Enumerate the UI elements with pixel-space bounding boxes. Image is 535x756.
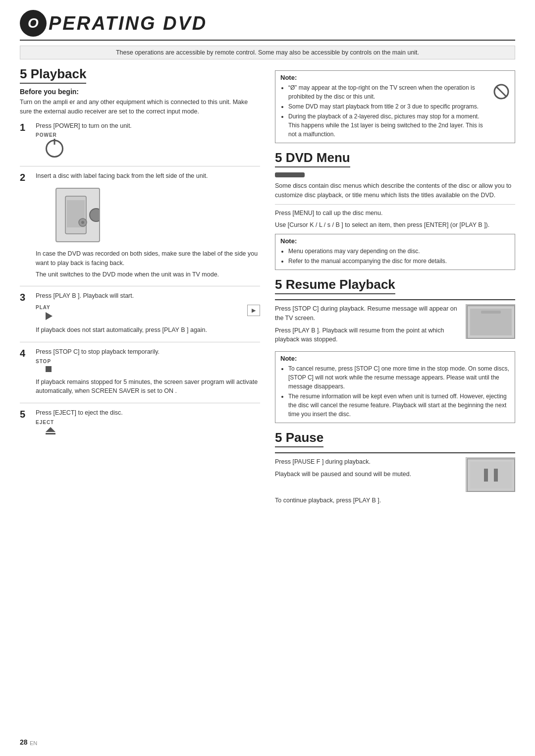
eject-bar	[46, 433, 55, 434]
step-3-text: Press [PLAY B ]. Playback will start.	[36, 291, 260, 301]
before-heading: Before you begin:	[20, 88, 260, 96]
note-top-content: “Ø” may appear at the top-right on the T…	[280, 83, 510, 140]
step-1: 1 Press [POWER] to turn on the unit. POW…	[20, 121, 260, 167]
step-5-content: Press [EJECT] to eject the disc. EJECT	[36, 408, 260, 438]
step-4-note: If playback remains stopped for 5 minute…	[36, 378, 260, 396]
dvd-menu-note-list: Menu operations may vary depending on th…	[280, 247, 510, 266]
step-1-content: Press [POWER] to turn on the unit. POWER	[36, 121, 260, 162]
dvd-menu-step1: Press [MENU] to call up the disc menu.	[275, 209, 515, 218]
page-header: O PERATING DVD	[20, 10, 515, 41]
step-3-number: 3	[20, 291, 32, 303]
pause-section: 5 Pause Press [PAUSE F ] during playback…	[275, 430, 515, 508]
before-you-begin: Before you begin: Turn on the ampli er a…	[20, 88, 260, 116]
power-icon	[46, 140, 63, 158]
page-lang: EN	[30, 740, 37, 746]
step-2-text-3: The unit switches to the DVD mode when t…	[36, 270, 260, 279]
step-3: 3 Press [PLAY B ]. Playback will start. …	[20, 291, 260, 342]
svg-rect-12	[494, 469, 498, 482]
left-column: 5 Playback Before you begin: Turn on the…	[20, 66, 260, 508]
svg-line-5	[496, 87, 506, 97]
resume-tv-inner	[466, 305, 515, 338]
step-2-text-2: In case the DVD was recorded on both sid…	[36, 249, 260, 268]
pause-title: 5 Pause	[275, 430, 323, 447]
resume-content: Press [STOP C] during playback. Resume m…	[275, 299, 515, 347]
step-1-text: Press [POWER] to turn on the unit.	[36, 121, 260, 131]
dvd-menu-title: 5 DVD Menu	[275, 150, 350, 167]
dvd-menu-step2: Use [Cursor K / L / s / B ] to select an…	[275, 220, 515, 230]
note-top: Note: “Ø” may appear at the top-right on…	[275, 70, 515, 143]
step-5: 5 Press [EJECT] to eject the disc. EJECT	[20, 408, 260, 443]
eject-icon	[46, 427, 55, 434]
svg-rect-10	[470, 462, 512, 488]
note-top-title: Note:	[280, 74, 510, 81]
step-3-content: Press [PLAY B ]. Playback will start. PL…	[36, 291, 260, 337]
pause-text3-container: To continue playback, press [PLAY B ].	[275, 496, 515, 505]
info-banner: These operations are accessible by remot…	[20, 46, 515, 59]
play-icon	[46, 312, 53, 320]
step-3-note: If playback does not start automatically…	[36, 325, 260, 335]
resume-section: 5 Resume Playback Press [STOP C] during …	[275, 277, 515, 423]
power-label: POWER	[36, 132, 260, 138]
section-title-playback: 5 Playback	[20, 66, 86, 84]
header-title: PERATING DVD	[49, 13, 207, 34]
note-top-item-2: Some DVD may start playback from title 2…	[288, 102, 488, 111]
dvd-menu-note-title: Note:	[280, 237, 510, 245]
resume-tv-svg	[466, 305, 516, 339]
note-top-item-3: During the playback of a 2-layered disc,…	[288, 112, 488, 139]
stop-icon	[46, 366, 52, 372]
page-number: 28	[20, 738, 28, 746]
right-column: Note: “Ø” may appear at the top-right on…	[275, 66, 515, 508]
header-circle-icon: O	[20, 10, 47, 37]
no-symbol-icon	[493, 83, 510, 100]
svg-rect-8	[481, 311, 501, 314]
resume-title: 5 Resume Playback	[275, 277, 395, 294]
play-indicator-box: ▶	[247, 305, 260, 316]
dvd-menu-note-item-2: Refer to the manual accompanying the dis…	[288, 257, 510, 266]
dvd-menu-note-item-1: Menu operations may vary depending on th…	[288, 247, 510, 256]
pause-tv-svg	[466, 458, 516, 492]
resume-note-item-2: The resume information will be kept even…	[288, 392, 510, 419]
resume-note-title: Note:	[280, 355, 510, 362]
play-label: PLAY	[36, 305, 53, 310]
stop-label: STOP	[36, 359, 260, 364]
step-4: 4 Press [STOP C] to stop playback tempor…	[20, 347, 260, 403]
step-4-text: Press [STOP C] to stop playback temporar…	[36, 347, 260, 357]
note-top-item-1: “Ø” may appear at the top-right on the T…	[288, 83, 488, 101]
pause-tv-image	[466, 457, 515, 492]
disc-svg	[63, 195, 93, 235]
content-columns: 5 Playback Before you begin: Turn on the…	[20, 66, 515, 508]
svg-point-3	[81, 221, 84, 224]
step-5-text: Press [EJECT] to eject the disc.	[36, 408, 260, 418]
eject-triangle	[46, 427, 55, 432]
pause-content: Press [PAUSE F ] during playback. Playba…	[275, 452, 515, 508]
menu-color-bar	[275, 172, 305, 177]
step-1-number: 1	[20, 121, 32, 133]
step-4-number: 4	[20, 347, 32, 359]
before-text: Turn on the ampli er and any other equip…	[20, 98, 260, 116]
header-circle-letter: O	[28, 15, 39, 31]
pause-text3: To continue playback, press [PLAY B ].	[275, 496, 515, 505]
resume-note: Note: To cancel resume, press [STOP C] o…	[275, 351, 515, 423]
step-2-text-1: Insert a disc with label facing back fro…	[36, 171, 260, 181]
step-4-content: Press [STOP C] to stop playback temporar…	[36, 347, 260, 398]
dvd-menu-note: Note: Menu operations may vary depending…	[275, 234, 515, 270]
resume-tv-image	[466, 304, 515, 339]
note-top-list: “Ø” may appear at the top-right on the T…	[280, 83, 488, 140]
step-5-number: 5	[20, 408, 32, 438]
resume-note-item-1: To cancel resume, press [STOP C] one mor…	[288, 364, 510, 391]
disc-image	[55, 188, 100, 242]
no-symbol-container	[493, 83, 510, 102]
resume-note-list: To cancel resume, press [STOP C] one mor…	[280, 364, 510, 419]
dvd-menu-desc: Some discs contain disc menus which desc…	[275, 181, 515, 200]
dvd-menu-section: 5 DVD Menu Some discs contain disc menus…	[275, 150, 515, 270]
eject-label: EJECT	[36, 420, 260, 425]
page: O PERATING DVD These operations are acce…	[0, 0, 535, 756]
step-2-number: 2	[20, 171, 32, 183]
step-2: 2 Insert a disc with label facing back f…	[20, 171, 260, 286]
dvd-menu-steps: Press [MENU] to call up the disc menu. U…	[275, 204, 515, 230]
svg-rect-11	[484, 469, 488, 482]
step-2-content: Insert a disc with label facing back fro…	[36, 171, 260, 281]
